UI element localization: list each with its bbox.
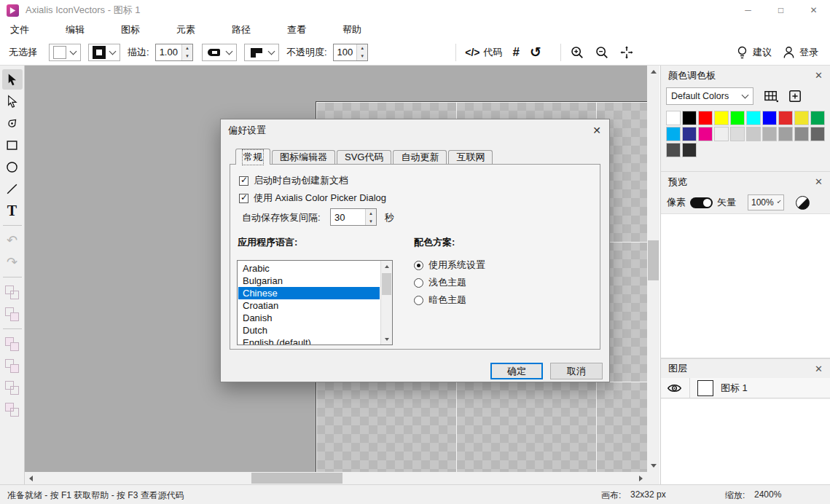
listbox-scrollbar[interactable] <box>380 261 392 344</box>
tab-icon-editor[interactable]: 图标编辑器 <box>272 150 335 164</box>
color-swatch[interactable] <box>714 111 729 125</box>
canvas-horizontal-scrollbar[interactable] <box>25 472 647 484</box>
color-picker-checkbox-row[interactable]: ✓ 使用 Axialis Color Picker Dialog <box>239 192 386 205</box>
layer-row[interactable]: 图标 1 <box>661 378 830 398</box>
color-swatch[interactable] <box>682 111 697 125</box>
color-swatch[interactable] <box>666 111 681 125</box>
close-icon[interactable]: ✕ <box>815 176 823 187</box>
color-swatch[interactable] <box>746 111 761 125</box>
checkbox-checked-icon[interactable]: ✓ <box>239 194 248 203</box>
autosave-value[interactable]: 30 <box>331 209 365 225</box>
scroll-right-button[interactable] <box>635 472 647 484</box>
color-swatch[interactable] <box>762 127 777 141</box>
language-item[interactable]: English (default) <box>238 336 380 345</box>
palette-dropdown[interactable]: Default Colors <box>666 87 753 105</box>
color-swatch[interactable] <box>682 127 697 141</box>
maximize-button[interactable]: □ <box>764 0 797 20</box>
tool-exclude[interactable] <box>2 399 23 420</box>
language-item[interactable]: Dutch <box>238 324 380 336</box>
tab-auto-update[interactable]: 自动更新 <box>393 150 447 164</box>
layer-thumbnail[interactable] <box>697 380 713 396</box>
color-swatch[interactable] <box>794 111 809 125</box>
cancel-button[interactable]: 取消 <box>550 363 603 379</box>
dialog-close-button[interactable]: ✕ <box>586 119 608 141</box>
tab-svg-code[interactable]: SVG代码 <box>337 150 391 164</box>
contrast-background-toggle[interactable] <box>796 196 810 210</box>
language-item[interactable]: Croatian <box>238 299 380 312</box>
color-swatch[interactable] <box>714 127 729 141</box>
zoom-in-button[interactable] <box>570 45 584 60</box>
ok-button[interactable]: 确定 <box>490 363 543 379</box>
code-button[interactable]: </> 代码 <box>465 46 502 59</box>
tool-direct-select[interactable] <box>2 91 23 111</box>
tool-rectangle[interactable] <box>2 135 23 155</box>
language-item[interactable]: Bulgarian <box>238 275 380 287</box>
tool-text[interactable]: T <box>2 200 23 221</box>
tool-union[interactable] <box>2 334 23 354</box>
color-swatch[interactable] <box>682 143 697 157</box>
color-swatch[interactable] <box>778 111 793 125</box>
checkbox-checked-icon[interactable]: ✓ <box>239 176 248 186</box>
language-item-selected[interactable]: Chinese <box>238 287 380 299</box>
scroll-up-button[interactable] <box>381 261 393 272</box>
tool-pen[interactable] <box>2 113 23 133</box>
color-swatch[interactable] <box>666 143 681 157</box>
scroll-down-button[interactable] <box>381 334 393 344</box>
menu-help[interactable]: 帮助 <box>334 21 369 39</box>
color-swatch[interactable] <box>794 127 809 141</box>
opacity-spinner[interactable]: 100 ▲ ▼ <box>333 44 369 61</box>
tool-intersect[interactable] <box>2 377 23 398</box>
scheme-dark-row[interactable]: 暗色主题 <box>414 294 466 307</box>
radio-icon[interactable] <box>414 296 423 305</box>
close-button[interactable]: ✕ <box>797 0 830 20</box>
color-swatch[interactable] <box>778 127 793 141</box>
suggest-button[interactable]: 建议 <box>735 45 772 60</box>
close-icon[interactable]: ✕ <box>815 363 823 374</box>
language-item[interactable]: Danish <box>238 312 380 324</box>
stroke-color-dropdown[interactable] <box>88 44 120 61</box>
scheme-system-row[interactable]: 使用系统设置 <box>414 259 485 272</box>
close-icon[interactable]: ✕ <box>815 70 823 81</box>
color-swatch[interactable] <box>698 111 713 125</box>
color-swatch[interactable] <box>810 127 825 141</box>
tool-subtract[interactable] <box>2 355 23 376</box>
horizontal-scroll-thumb[interactable] <box>251 473 342 484</box>
line-cap-dropdown[interactable] <box>202 44 237 61</box>
fit-view-button[interactable] <box>619 45 634 60</box>
opacity-value[interactable]: 100 <box>334 44 357 60</box>
spin-down-button[interactable]: ▼ <box>182 52 192 60</box>
color-swatch[interactable] <box>698 127 713 141</box>
vertical-scroll-thumb[interactable] <box>648 240 659 280</box>
stroke-width-spinner[interactable]: 1.00 ▲ ▼ <box>155 44 193 61</box>
canvas-vertical-scrollbar[interactable] <box>647 66 659 472</box>
auto-create-checkbox-row[interactable]: ✓ 启动时自动创建新文档 <box>239 174 348 187</box>
scroll-down-button[interactable] <box>647 460 659 472</box>
tab-general[interactable]: 常规 <box>235 149 270 165</box>
pixel-vector-toggle[interactable] <box>690 197 713 208</box>
spin-up-button[interactable]: ▲ <box>182 44 192 52</box>
tab-internet[interactable]: 互联网 <box>448 150 493 164</box>
tool-line[interactable] <box>2 178 23 199</box>
scroll-left-button[interactable] <box>25 472 37 484</box>
minimize-button[interactable]: ─ <box>732 0 764 20</box>
radio-icon[interactable] <box>414 278 423 288</box>
spin-down-button[interactable]: ▼ <box>366 217 376 225</box>
preview-zoom-dropdown[interactable]: 100% <box>748 194 784 210</box>
listbox-scroll-thumb[interactable] <box>382 273 391 295</box>
radio-selected-icon[interactable] <box>414 261 423 270</box>
add-color-button[interactable] <box>788 90 802 103</box>
color-swatch[interactable] <box>666 127 681 141</box>
tool-select[interactable] <box>2 69 23 90</box>
stroke-width-value[interactable]: 1.00 <box>156 44 181 60</box>
tool-send-backward[interactable] <box>2 304 23 324</box>
menu-path[interactable]: 路径 <box>224 21 259 39</box>
autosave-spinner[interactable]: 30 ▲ ▼ <box>330 208 377 226</box>
language-listbox[interactable]: Arabic Bulgarian Chinese Croatian Danish… <box>237 260 393 345</box>
scroll-up-button[interactable] <box>647 66 659 78</box>
scheme-light-row[interactable]: 浅色主题 <box>414 276 466 289</box>
color-swatch[interactable] <box>810 111 825 125</box>
spin-down-button[interactable]: ▼ <box>357 52 367 60</box>
tool-bring-forward[interactable] <box>2 282 23 302</box>
palette-grid-button[interactable] <box>764 90 778 103</box>
language-item[interactable]: Arabic <box>238 262 380 275</box>
